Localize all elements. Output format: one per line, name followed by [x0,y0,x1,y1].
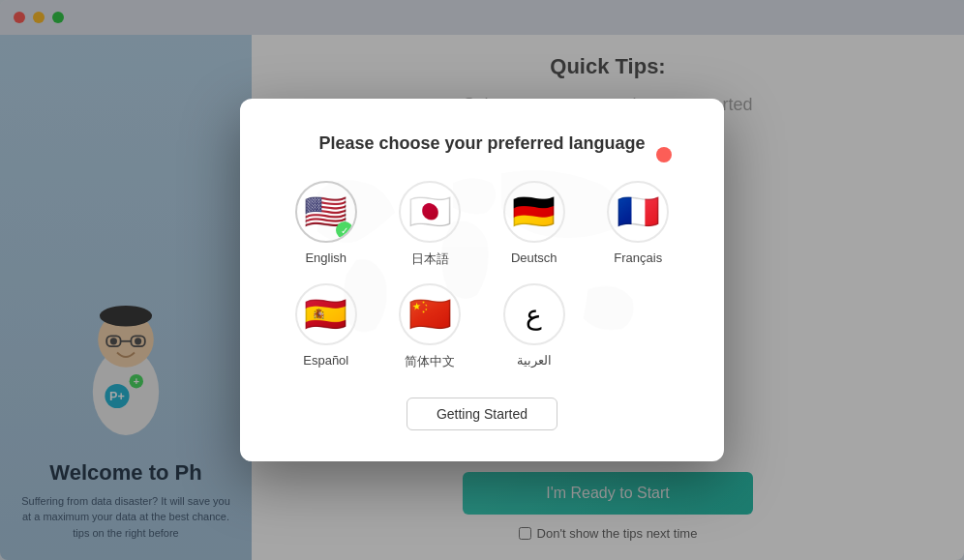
lang-label-ar: العربية [517,353,552,368]
lang-label-fr: Français [614,251,662,265]
selected-check: ✓ [336,221,353,239]
flag-en: 🇺🇸 ✓ [295,181,357,243]
getting-started-button[interactable]: Getting Started [407,398,557,430]
language-item-de[interactable]: 🇩🇪 Deutsch [487,181,582,268]
language-item-es[interactable]: 🇪🇸 Español [279,283,374,370]
lang-label-es: Español [303,353,348,368]
flag-zh: 🇨🇳 [399,283,461,345]
language-item-en[interactable]: 🇺🇸 ✓ English [279,181,374,268]
modal-title: Please choose your preferred language [279,133,685,154]
flag-de: 🇩🇪 [503,181,565,243]
modal-close-button[interactable] [656,147,672,162]
lang-label-zh: 简体中文 [405,353,455,370]
flag-ar: ع [503,283,565,345]
language-item-fr[interactable]: 🇫🇷 Français [591,181,686,268]
modal-overlay: Please choose your preferred language 🇺🇸… [0,0,964,560]
flag-es: 🇪🇸 [295,283,357,345]
language-grid: 🇺🇸 ✓ English 🇯🇵 日本語 🇩🇪 Deutsch [279,181,685,370]
language-item-ja[interactable]: 🇯🇵 日本語 [383,181,478,268]
lang-label-de: Deutsch [511,251,557,265]
language-item-zh[interactable]: 🇨🇳 简体中文 [383,283,478,370]
lang-label-en: English [305,251,346,265]
flag-fr: 🇫🇷 [607,181,669,243]
language-modal: Please choose your preferred language 🇺🇸… [240,99,724,461]
lang-label-ja: 日本語 [411,251,449,268]
flag-ja: 🇯🇵 [399,181,461,243]
modal-content: Please choose your preferred language 🇺🇸… [279,133,685,430]
language-item-ar[interactable]: ع العربية [487,283,582,370]
